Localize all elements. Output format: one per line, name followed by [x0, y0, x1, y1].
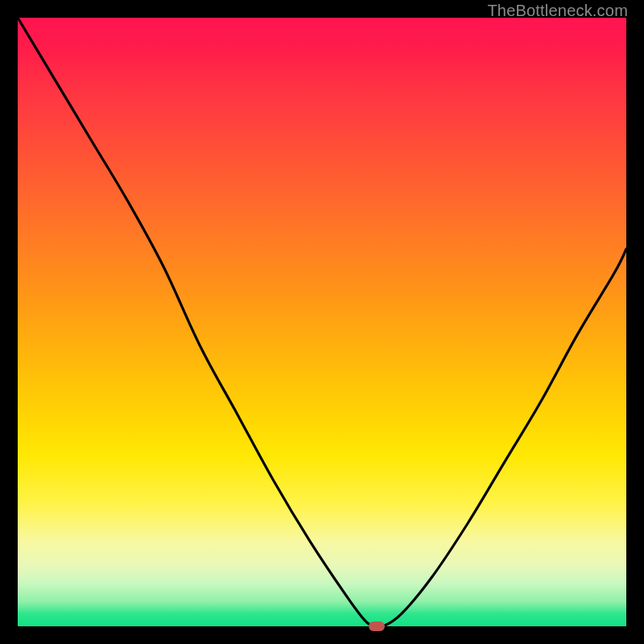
chart-frame: TheBottleneck.com: [0, 0, 644, 644]
bottleneck-curve-path: [18, 18, 626, 626]
curve-svg: [18, 18, 626, 626]
watermark-text: TheBottleneck.com: [487, 2, 628, 20]
min-marker: [369, 621, 385, 631]
plot-area: [18, 18, 626, 626]
